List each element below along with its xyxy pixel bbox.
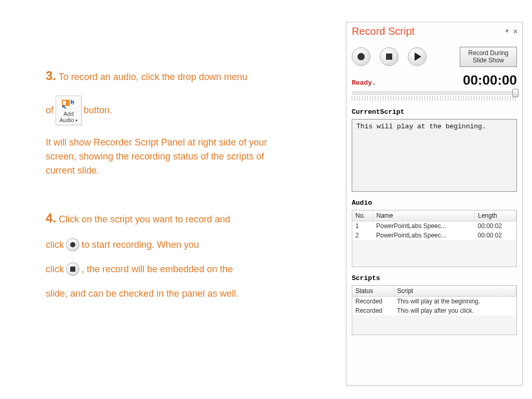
record-button[interactable] (352, 47, 370, 66)
slider-thumb[interactable] (512, 89, 518, 97)
table-row[interactable]: Recorded This will play at the beginning… (352, 296, 516, 306)
record-button-inline[interactable] (66, 238, 79, 251)
progress-slider[interactable] (352, 91, 517, 95)
step4-line4: slide, and can be checked in the panel a… (46, 287, 269, 301)
record-during-slideshow-button[interactable]: Record During Slide Show (460, 47, 517, 67)
panel-header: Record Script ▼ ✕ (347, 22, 522, 37)
stop-button-inline[interactable] (66, 262, 79, 276)
audio-label: Audio (352, 199, 517, 207)
status-ready: Ready. (352, 79, 376, 87)
add-audio-label: Add Audio▾ (59, 111, 77, 124)
record-icon (357, 53, 365, 60)
audio-header-name[interactable]: Name (373, 210, 475, 221)
play-icon (415, 52, 421, 61)
add-audio-icon (62, 98, 75, 110)
step3-text-button: button. (84, 103, 112, 117)
panel-dropdown-icon[interactable]: ▼ (504, 28, 510, 35)
step3-text-of: of (46, 103, 54, 117)
panel-body: Record During Slide Show Ready. 00:00:00… (347, 37, 522, 339)
step4-rest: , the record will be embedded on the (82, 262, 233, 276)
table-row[interactable]: 2 PowerPointLabs Speec... 00:00:02 (352, 231, 516, 240)
current-script-label: CurrentScript (352, 108, 517, 116)
step4-click2: click (46, 262, 64, 276)
audio-table-panel: No. Name Length 1 PowerPointLabs Speec..… (352, 210, 517, 267)
panel-title: Record Script (352, 25, 415, 37)
table-row[interactable]: Recorded This will play after you click. (352, 306, 516, 315)
step3-line2: of Add Audio▾ button. (46, 96, 269, 125)
step3-text-a: To record an audio, click the drop down … (59, 72, 247, 82)
stop-icon (70, 267, 75, 272)
step4-line3: click , the record will be embedded on t… (46, 262, 269, 276)
step4-line2: click to start recording. When you (46, 238, 269, 252)
audio-header-length[interactable]: Length (475, 210, 516, 221)
step3-number: 3. (46, 69, 56, 83)
scripts-table-panel: Status Script Recorded This will play at… (352, 285, 517, 335)
scripts-header-script[interactable]: Script (394, 286, 516, 297)
add-audio-button[interactable]: Add Audio▾ (56, 96, 82, 125)
scripts-table: Status Script Recorded This will play at… (352, 286, 516, 315)
scripts-header-status[interactable]: Status (352, 286, 394, 297)
stop-button[interactable] (380, 47, 398, 66)
timecode: 00:00:00 (463, 72, 517, 88)
step4-text-a: Click on the script you want to record a… (59, 214, 230, 224)
controls-row: Record During Slide Show (352, 47, 517, 67)
step4-click1: click (46, 238, 64, 252)
svg-marker-1 (63, 101, 66, 105)
stop-icon (386, 54, 392, 60)
instructions-column: 3. To record an audio, click the drop do… (46, 66, 269, 311)
step4-line1: 4. Click on the script you want to recor… (46, 209, 269, 228)
table-row[interactable]: 1 PowerPointLabs Speec... 00:00:02 (352, 221, 516, 231)
status-row: Ready. 00:00:00 (352, 72, 517, 88)
step4-start: to start recording. When you (82, 238, 199, 252)
audio-header-no[interactable]: No. (352, 210, 373, 221)
close-icon[interactable]: ✕ (513, 28, 518, 35)
audio-table: No. Name Length 1 PowerPointLabs Speec..… (352, 210, 516, 240)
current-script-box[interactable]: This will play at the beginning. (352, 119, 517, 192)
play-button[interactable] (408, 47, 427, 66)
record-script-panel: Record Script ▼ ✕ Record During Slide Sh… (346, 22, 523, 385)
record-icon (70, 242, 75, 247)
step3-line1: 3. To record an audio, click the drop do… (46, 66, 269, 85)
step3-description: It will show Recorder Script Panel at ri… (46, 136, 269, 178)
chevron-down-icon: ▾ (75, 118, 78, 123)
step4-number: 4. (46, 211, 56, 225)
scripts-label: Scripts (352, 274, 517, 282)
slider-ticks (352, 96, 517, 101)
